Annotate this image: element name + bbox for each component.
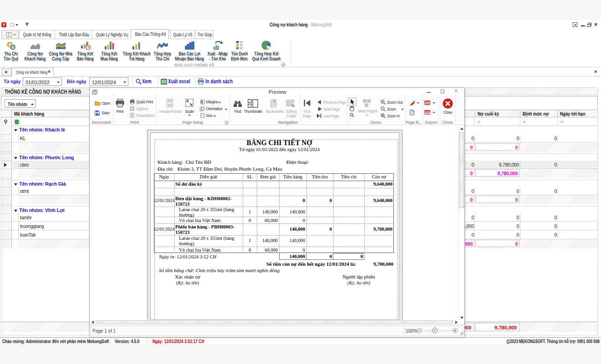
svg-text:$: $ xyxy=(11,45,14,50)
svg-text:xls: xls xyxy=(426,113,429,115)
